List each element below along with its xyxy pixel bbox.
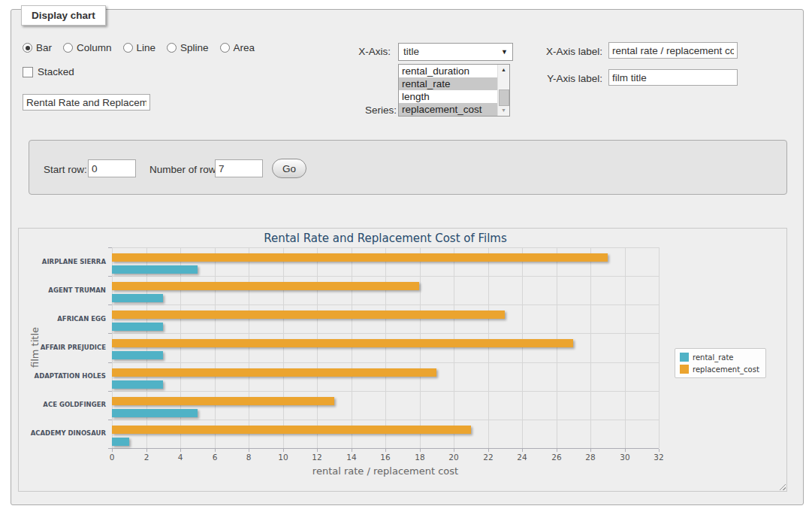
gridline-vertical — [180, 247, 181, 448]
gridline-vertical — [557, 247, 557, 448]
gridline-horizontal — [112, 391, 659, 392]
x-axis-tick — [488, 449, 489, 452]
num-rows-label: Number of rows: — [149, 164, 224, 175]
chart-type-option-area[interactable]: Area — [220, 42, 255, 53]
x-tick-label: 0 — [100, 453, 124, 462]
x-axis-line — [112, 448, 659, 449]
radio-icon[interactable] — [23, 43, 32, 53]
category-label: AIRPLANE SIERRA — [19, 258, 106, 266]
go-button[interactable]: Go — [272, 159, 306, 178]
gridline-horizontal — [112, 276, 659, 277]
x-axis-tick — [522, 449, 523, 452]
legend-label: rental_rate — [693, 353, 734, 362]
gridline-vertical — [249, 247, 249, 448]
series-option-length[interactable]: length — [399, 90, 498, 103]
chart-type-option-column[interactable]: Column — [63, 42, 112, 53]
bar-replacement_cost — [112, 368, 436, 377]
x-axis-tick — [180, 449, 181, 452]
radio-label: Spline — [180, 42, 209, 53]
resize-handle-icon[interactable] — [777, 482, 786, 490]
x-axis-tick — [454, 449, 454, 452]
x-axis-tick — [590, 449, 591, 452]
x-tick-label: 28 — [578, 453, 602, 462]
scroll-down-icon[interactable]: ▼ — [498, 105, 509, 116]
legend-item-rental_rate[interactable]: rental_rate — [680, 353, 759, 362]
x-tick-label: 30 — [613, 453, 637, 462]
x-tick-label: 32 — [647, 453, 671, 462]
series-option-replacement_cost[interactable]: replacement_cost — [399, 103, 498, 116]
series-listbox[interactable]: rental_durationrental_ratelengthreplacem… — [398, 64, 510, 117]
fieldset-legend: Display chart — [21, 5, 106, 26]
x-tick-label: 14 — [340, 453, 364, 462]
gridline-horizontal — [112, 333, 659, 334]
x-tick-label: 16 — [373, 453, 397, 462]
gridline-horizontal — [112, 420, 659, 420]
start-row-label: Start row: — [44, 164, 87, 175]
gridline-horizontal — [112, 304, 659, 305]
stacked-row: Stacked — [23, 66, 74, 77]
gridline-vertical — [625, 247, 626, 448]
x-tick-label: 4 — [168, 453, 192, 462]
num-rows-input[interactable] — [215, 159, 263, 177]
chart-type-option-spline[interactable]: Spline — [167, 42, 209, 53]
gridline-vertical — [420, 247, 421, 448]
x-axis-select[interactable]: title ▼ — [398, 43, 513, 61]
x-axis-tick — [420, 449, 421, 452]
x-axis-select-label: X-Axis: — [340, 46, 391, 57]
y-axis-label-input[interactable] — [608, 69, 738, 86]
radio-label: Area — [234, 42, 255, 53]
x-axis-tick — [146, 449, 147, 452]
value-axis-labels: 02468101214161820222426283032 — [112, 453, 659, 463]
gridline-vertical — [488, 247, 489, 448]
radio-icon[interactable] — [63, 43, 73, 53]
gridline-vertical — [112, 247, 113, 448]
radio-icon[interactable] — [167, 43, 177, 53]
bar-replacement_cost — [112, 311, 505, 319]
series-option-rental_rate[interactable]: rental_rate — [399, 77, 498, 90]
radio-label: Column — [77, 42, 112, 53]
y-axis-tick — [108, 304, 112, 305]
x-axis-tick — [249, 449, 249, 452]
gridline-vertical — [317, 247, 318, 448]
scroll-up-icon[interactable]: ▲ — [498, 65, 509, 75]
x-tick-label: 22 — [476, 453, 500, 462]
gridline-vertical — [215, 247, 216, 448]
stacked-label: Stacked — [38, 66, 74, 77]
y-axis-tick — [108, 362, 112, 363]
gridline-vertical — [590, 247, 591, 448]
start-row-input[interactable] — [88, 159, 136, 177]
radio-icon[interactable] — [123, 43, 133, 53]
x-tick-label: 26 — [545, 453, 569, 462]
x-axis-tick — [557, 449, 557, 452]
chart-type-option-bar[interactable]: Bar — [23, 42, 52, 53]
listbox-scrollbar[interactable]: ▲ ▼ — [497, 65, 509, 116]
x-axis-tick — [385, 449, 386, 452]
chart-title-input[interactable] — [23, 94, 150, 111]
x-tick-label: 2 — [134, 453, 158, 462]
x-axis-title: rental rate / replacement cost — [112, 465, 659, 477]
legend-swatch — [680, 365, 689, 374]
y-axis-tick — [108, 420, 112, 420]
stacked-checkbox[interactable] — [23, 67, 33, 77]
bar-rental_rate — [112, 380, 163, 389]
gridline-vertical — [522, 247, 523, 448]
bar-rental_rate — [112, 323, 163, 331]
x-tick-label: 6 — [203, 453, 227, 462]
x-axis-label-input[interactable] — [608, 42, 738, 59]
legend-item-replacement_cost[interactable]: replacement_cost — [680, 365, 759, 374]
gridline-vertical — [385, 247, 386, 448]
bar-rental_rate — [112, 409, 198, 417]
series-options: rental_durationrental_ratelengthreplacem… — [399, 65, 498, 116]
chart-type-option-line[interactable]: Line — [123, 42, 156, 53]
category-label: ACADEMY DINOSAUR — [19, 429, 106, 438]
radio-icon[interactable] — [220, 43, 230, 53]
series-option-rental_duration[interactable]: rental_duration — [399, 65, 498, 77]
scrollbar-thumb[interactable] — [499, 89, 509, 106]
gridline-vertical — [659, 247, 660, 448]
x-tick-label: 20 — [442, 453, 466, 462]
bar-rental_rate — [112, 294, 163, 302]
bar-rental_rate — [112, 351, 163, 359]
series-label: Series: — [346, 105, 397, 116]
y-axis-tick — [108, 333, 112, 334]
x-tick-label: 8 — [237, 453, 261, 462]
